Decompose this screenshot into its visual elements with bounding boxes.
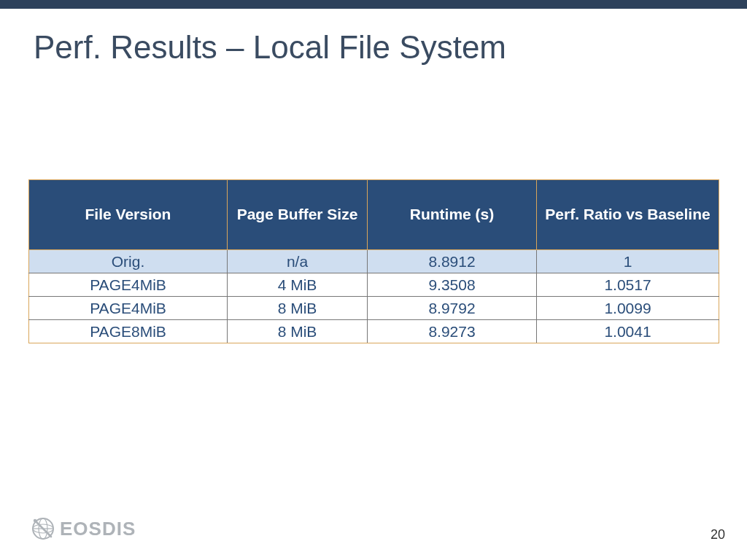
brand-text: EOSDIS [60,518,136,540]
table-cell: 8.9273 [368,320,537,343]
table-cell: 1 [537,250,719,273]
table-cell: 1.0041 [537,320,719,343]
table-row: PAGE4MiB8 MiB8.97921.0099 [29,297,719,320]
top-accent-bar [0,0,747,9]
col-header-perf-ratio: Perf. Ratio vs Baseline [537,180,719,250]
table-cell: 1.0517 [537,273,719,297]
results-table: File Version Page Buffer Size Runtime (s… [28,179,719,343]
col-header-runtime: Runtime (s) [368,180,537,250]
table-row: PAGE4MiB4 MiB9.35081.0517 [29,273,719,297]
page-title: Perf. Results – Local File System [34,29,506,66]
col-header-page-buffer: Page Buffer Size [228,180,368,250]
table-row: PAGE8MiB8 MiB8.92731.0041 [29,320,719,343]
table-cell: 9.3508 [368,273,537,297]
results-table-wrap: File Version Page Buffer Size Runtime (s… [28,179,719,343]
col-header-file-version: File Version [29,180,228,250]
table-cell: 8.8912 [368,250,537,273]
table-cell: 8.9792 [368,297,537,320]
table-cell: PAGE8MiB [29,320,228,343]
table-row: Orig.n/a8.89121 [29,250,719,273]
table-cell: 8 MiB [228,320,368,343]
table-cell: 1.0099 [537,297,719,320]
table-body: Orig.n/a8.89121PAGE4MiB4 MiB9.35081.0517… [29,250,719,343]
globe-icon [31,516,55,541]
table-header-row: File Version Page Buffer Size Runtime (s… [29,180,719,250]
table-cell: Orig. [29,250,228,273]
table-cell: PAGE4MiB [29,297,228,320]
slide-body: Perf. Results – Local File System File V… [0,9,747,560]
page-number: 20 [711,527,725,542]
svg-point-4 [34,519,36,522]
table-cell: 8 MiB [228,297,368,320]
table-cell: PAGE4MiB [29,273,228,297]
footer-logo: EOSDIS [31,516,136,541]
table-cell: 4 MiB [228,273,368,297]
table-cell: n/a [228,250,368,273]
